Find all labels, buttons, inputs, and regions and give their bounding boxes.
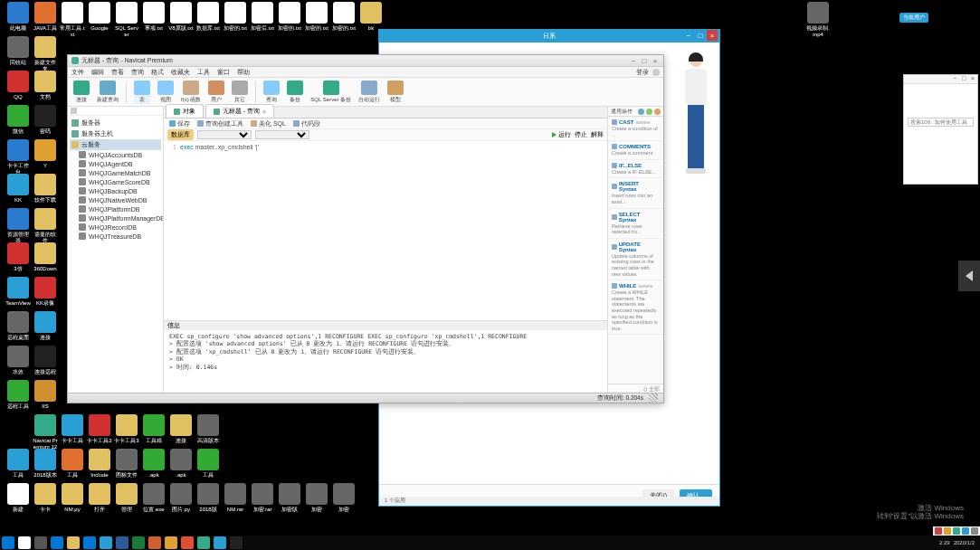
taskbar-folder[interactable] bbox=[67, 536, 80, 549]
desktop-icon[interactable]: Navicat Premium 12 bbox=[33, 414, 58, 450]
output-tab[interactable]: 信息 bbox=[164, 320, 607, 329]
subtool-代码段[interactable]: 代码段 bbox=[293, 119, 320, 128]
tree-db[interactable]: WHQJTreasureDB bbox=[70, 232, 161, 241]
toolbar-表[interactable]: 表 bbox=[134, 81, 150, 104]
desktop-icon[interactable]: NM.py bbox=[60, 483, 85, 513]
bottom-tray[interactable] bbox=[933, 526, 980, 536]
toolbar-模型[interactable]: 模型 bbox=[387, 81, 404, 104]
menu-格式[interactable]: 格式 bbox=[151, 69, 164, 75]
desktop-icon[interactable]: 图标文件 bbox=[114, 449, 139, 479]
desktop-icon[interactable]: 工具 bbox=[5, 449, 31, 479]
desktop-icon[interactable]: 连接远程 bbox=[33, 346, 58, 375]
desktop-icon[interactable]: 加密的.txt bbox=[331, 2, 357, 32]
desktop-icon[interactable]: 卡卡工具2 bbox=[87, 414, 112, 444]
rwin-search-input[interactable] bbox=[908, 118, 974, 127]
tree-db[interactable]: WHQJBackupDB bbox=[70, 186, 161, 195]
desktop-icon[interactable]: .apk bbox=[168, 449, 194, 479]
desktop-icon[interactable]: 工具 bbox=[60, 449, 85, 479]
desktop-icon[interactable]: 2018版本 bbox=[33, 449, 58, 479]
toolbar-f(x) 函数[interactable]: f(x) 函数 bbox=[181, 81, 201, 104]
toolbar-其它[interactable]: 其它 bbox=[232, 81, 248, 104]
desktop-icon[interactable]: 打开 bbox=[87, 483, 112, 513]
tree-db[interactable]: WHQJNativeWebDB bbox=[70, 195, 161, 204]
taskbar-store[interactable] bbox=[83, 536, 96, 549]
menu-窗口[interactable]: 窗口 bbox=[217, 69, 230, 75]
toolbar-自动运行[interactable]: 自动运行 bbox=[358, 81, 380, 104]
snippet-item[interactable]: COMMENTS Create a comment bbox=[608, 141, 663, 160]
refresh-icon[interactable] bbox=[646, 109, 652, 115]
desktop-icon[interactable]: 密码 bbox=[33, 105, 58, 135]
desktop-icon[interactable]: 工具箱 bbox=[141, 414, 167, 444]
desktop-icon[interactable]: IIS bbox=[33, 380, 58, 410]
desktop-icon[interactable]: 回收站 bbox=[5, 36, 31, 66]
desktop-icon[interactable]: 连接 bbox=[33, 311, 58, 341]
desktop-icon[interactable]: 卡卡工具3 bbox=[114, 414, 139, 444]
toolbar-连接[interactable]: 连接 bbox=[73, 81, 90, 104]
tree-cloud[interactable]: 云服务 bbox=[70, 139, 161, 150]
desktop-icon[interactable]: Y bbox=[33, 139, 58, 169]
tab-对象[interactable]: 对象 bbox=[166, 104, 204, 118]
menu-查询[interactable]: 查询 bbox=[131, 69, 144, 75]
desktop-icon[interactable]: KK录像 bbox=[33, 277, 58, 307]
desktop-icon[interactable]: 图片.py bbox=[168, 483, 194, 513]
tree-server-host[interactable]: 服务器主机 bbox=[70, 128, 161, 139]
menu-查看[interactable]: 查看 bbox=[111, 69, 124, 75]
rwin-titlebar[interactable]: − □ × bbox=[904, 75, 977, 84]
desktop-icon[interactable]: 加密 bbox=[304, 483, 329, 513]
desktop-icon[interactable]: 加密版 bbox=[277, 483, 302, 513]
desktop-icon[interactable]: 软件下载 bbox=[33, 174, 58, 204]
toolbar-备份[interactable]: 备份 bbox=[287, 81, 303, 104]
menu-文件[interactable]: 文件 bbox=[71, 69, 84, 75]
desktop-icon[interactable]: 微信 bbox=[5, 105, 31, 135]
tree-db[interactable]: WHQJAccountsDB bbox=[70, 150, 161, 159]
toolbar-SQL Server 备份[interactable]: SQL Server 备份 bbox=[310, 81, 351, 104]
taskbar-ppt[interactable] bbox=[148, 536, 161, 549]
desktop-icon[interactable]: Include bbox=[87, 449, 112, 479]
desktop-icon[interactable]: 工具 bbox=[195, 449, 221, 479]
login-link[interactable]: 登录 bbox=[636, 68, 649, 77]
taskbar-vscode[interactable] bbox=[214, 536, 226, 549]
minimize-icon[interactable]: − bbox=[683, 30, 694, 41]
desktop-icon[interactable]: 加密的.txt bbox=[223, 2, 248, 32]
desktop-icon-video[interactable]: 视频录制.mp4 bbox=[805, 2, 831, 37]
desktop-icon[interactable]: 水效 bbox=[5, 346, 31, 375]
menu-工具[interactable]: 工具 bbox=[197, 69, 210, 75]
toolbar-用户[interactable]: 用户 bbox=[208, 81, 224, 104]
snippet-item[interactable]: INSERT Syntax Insert rows into an exist.… bbox=[608, 178, 663, 208]
desktop-icon[interactable]: 加密后.txt bbox=[250, 2, 275, 32]
minimize-icon[interactable]: − bbox=[629, 57, 638, 65]
desktop-icon[interactable]: NM.rar bbox=[223, 483, 248, 513]
snippet-item[interactable]: SELECT Syntax Retrieve rows selected fro… bbox=[608, 209, 663, 239]
db-select[interactable] bbox=[197, 130, 252, 139]
desktop-icon[interactable]: SQL Server bbox=[114, 2, 139, 37]
navicat-titlebar[interactable]: 无标题 - 查询 - Navicat Premium − □ × bbox=[68, 55, 663, 67]
desktop-icon[interactable]: 连接 bbox=[168, 414, 194, 444]
run-button[interactable]: 运行 bbox=[552, 130, 571, 139]
desktop-icon[interactable]: 远程工具 bbox=[5, 380, 31, 410]
tree-db[interactable]: WHQJPlatformManagerDB bbox=[70, 213, 161, 223]
desktop-icon[interactable]: 3倍 bbox=[5, 242, 31, 272]
desktop-icon[interactable]: 文档 bbox=[33, 71, 58, 100]
tree-db[interactable]: WHQJGameMatchDB bbox=[70, 168, 161, 177]
desktop-icon[interactable]: 需要的软件 bbox=[33, 208, 58, 243]
desktop-icon[interactable]: bk bbox=[358, 2, 384, 32]
subtool-查询创建工具[interactable]: 查询创建工具 bbox=[197, 119, 243, 128]
desktop-icon[interactable]: TeamView bbox=[5, 277, 31, 307]
desktop-icon[interactable]: 此电脑 bbox=[5, 2, 31, 32]
desktop-icon[interactable]: 数据库.txt bbox=[195, 2, 221, 32]
desktop-icon[interactable]: 卡卡工作台 bbox=[5, 139, 31, 175]
menu-帮助[interactable]: 帮助 bbox=[237, 69, 250, 75]
maximize-icon[interactable]: □ bbox=[959, 75, 968, 81]
close-tab-icon[interactable]: × bbox=[262, 109, 266, 115]
desktop-icon[interactable]: V8原版.txt bbox=[168, 2, 194, 32]
desktop-icon[interactable]: KK bbox=[5, 174, 31, 204]
snippet-item[interactable]: UPDATE Syntax Update columns of existing… bbox=[608, 239, 663, 280]
desktop-icon[interactable]: .apk bbox=[141, 449, 167, 479]
close-icon[interactable]: × bbox=[968, 75, 977, 81]
bg-window-titlebar[interactable]: 日系 − □ × bbox=[379, 30, 719, 43]
tree-db[interactable]: WHQJPlatformDB bbox=[70, 204, 161, 213]
taskbar-term[interactable] bbox=[230, 536, 243, 549]
toolbar-查询[interactable]: 查询 bbox=[263, 81, 280, 104]
desktop-icon[interactable]: 加密 bbox=[331, 483, 357, 513]
taskbar-navicat[interactable] bbox=[197, 536, 210, 549]
